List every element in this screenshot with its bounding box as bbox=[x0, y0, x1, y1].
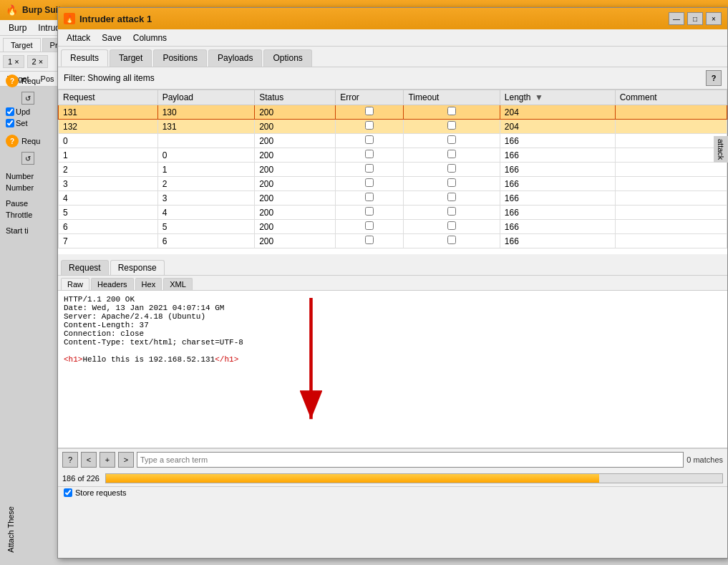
cell-payload: 1 bbox=[157, 163, 254, 177]
cell-status: 200 bbox=[255, 134, 336, 148]
table-row[interactable]: 131130200204 bbox=[59, 105, 727, 120]
table-row[interactable]: 0200166 bbox=[59, 134, 727, 148]
title-bar-left: 🔥 Intruder attack 1 bbox=[64, 13, 152, 24]
maximize-button[interactable]: □ bbox=[687, 12, 703, 25]
cell-payload: 2 bbox=[157, 177, 254, 191]
table-row[interactable]: 10200166 bbox=[59, 148, 727, 163]
cell-length: 166 bbox=[500, 234, 615, 248]
filter-text: Filter: Showing all items bbox=[64, 73, 155, 83]
timeout-checkbox[interactable] bbox=[447, 150, 456, 158]
menu-columns[interactable]: Columns bbox=[127, 32, 173, 44]
response-line: Content-Type: text/html; charset=UTF-8 bbox=[64, 338, 243, 347]
col-timeout[interactable]: Timeout bbox=[404, 90, 500, 105]
table-row[interactable]: 43200166 bbox=[59, 191, 727, 206]
title-bar: 🔥 Intruder attack 1 — □ × bbox=[58, 8, 727, 29]
store-requests-checkbox[interactable] bbox=[64, 488, 72, 497]
cell-request: 132 bbox=[59, 120, 158, 134]
next-btn[interactable]: > bbox=[118, 452, 134, 468]
cell-status: 200 bbox=[255, 177, 336, 191]
num-tab-2[interactable]: 2 × bbox=[27, 55, 49, 68]
pause-label: Pause bbox=[0, 193, 72, 209]
response-line: <h1>Hello this is 192.168.52.131</h1> bbox=[64, 355, 238, 364]
table-row[interactable]: 65200166 bbox=[59, 220, 727, 234]
help-icon-1[interactable]: ? bbox=[6, 74, 19, 87]
col-comment[interactable]: Comment bbox=[615, 90, 727, 105]
requ-label-2: Requ bbox=[21, 137, 40, 145]
col-length[interactable]: Length ▼ bbox=[500, 90, 615, 105]
filter-help-button[interactable]: ? bbox=[706, 70, 722, 86]
response-line: Connection: close bbox=[64, 329, 144, 338]
cell-length: 166 bbox=[500, 148, 615, 163]
tab-target-bg[interactable]: Target bbox=[3, 38, 41, 52]
sub-tab-xml[interactable]: XML bbox=[163, 278, 193, 290]
sub-tab-raw[interactable]: Raw bbox=[61, 278, 89, 290]
col-payload[interactable]: Payload bbox=[157, 90, 254, 105]
refresh-icon-2[interactable]: ↺ bbox=[21, 152, 34, 165]
tab-results[interactable]: Results bbox=[61, 49, 108, 67]
minimize-button[interactable]: — bbox=[669, 12, 684, 25]
timeout-checkbox[interactable] bbox=[447, 135, 456, 144]
table-row[interactable]: 21200166 bbox=[59, 163, 727, 177]
cell-timeout bbox=[404, 191, 500, 206]
col-status[interactable]: Status bbox=[255, 90, 336, 105]
error-checkbox[interactable] bbox=[365, 107, 374, 115]
cell-error bbox=[336, 206, 404, 220]
cell-status: 200 bbox=[255, 105, 336, 120]
cell-timeout bbox=[404, 120, 500, 134]
error-checkbox[interactable] bbox=[365, 193, 374, 201]
timeout-checkbox[interactable] bbox=[447, 221, 456, 230]
table-row[interactable]: 132131200204 bbox=[59, 120, 727, 134]
results-table-container[interactable]: Request Payload Status Error Timeout Len… bbox=[58, 90, 727, 254]
response-line: Date: Wed, 13 Jan 2021 04:07:14 GM bbox=[64, 304, 224, 312]
store-requests-label: Store requests bbox=[75, 488, 127, 497]
table-row[interactable]: 54200166 bbox=[59, 206, 727, 220]
col-request[interactable]: Request bbox=[59, 90, 158, 105]
tab-response[interactable]: Response bbox=[110, 260, 165, 275]
table-row[interactable]: 32200166 bbox=[59, 177, 727, 191]
error-checkbox[interactable] bbox=[365, 178, 374, 187]
cell-payload: 130 bbox=[157, 105, 254, 120]
timeout-checkbox[interactable] bbox=[447, 207, 456, 216]
tab-request[interactable]: Request bbox=[61, 260, 109, 275]
table-row[interactable]: 76200166 bbox=[59, 234, 727, 248]
error-checkbox[interactable] bbox=[365, 150, 374, 158]
num-tab-1[interactable]: 1 × bbox=[3, 55, 24, 68]
upd-checkbox[interactable] bbox=[6, 107, 14, 116]
timeout-checkbox[interactable] bbox=[447, 164, 456, 173]
close-button[interactable]: × bbox=[706, 12, 722, 25]
attack-label: attack bbox=[714, 136, 728, 163]
search-input[interactable] bbox=[137, 452, 684, 468]
help-btn[interactable]: ? bbox=[62, 452, 78, 468]
timeout-checkbox[interactable] bbox=[447, 236, 456, 244]
timeout-checkbox[interactable] bbox=[447, 178, 456, 187]
cell-timeout bbox=[404, 177, 500, 191]
tab-target[interactable]: Target bbox=[110, 49, 152, 67]
tab-options[interactable]: Options bbox=[263, 49, 311, 67]
sub-tab-hex[interactable]: Hex bbox=[135, 278, 162, 290]
menu-save[interactable]: Save bbox=[96, 32, 127, 44]
response-content[interactable]: HTTP/1.1 200 OK Date: Wed, 13 Jan 2021 0… bbox=[58, 291, 727, 448]
timeout-checkbox[interactable] bbox=[447, 121, 456, 130]
prev-btn[interactable]: < bbox=[81, 452, 97, 468]
col-error[interactable]: Error bbox=[336, 90, 404, 105]
cell-payload: 5 bbox=[157, 220, 254, 234]
error-checkbox[interactable] bbox=[365, 121, 374, 130]
error-checkbox[interactable] bbox=[365, 236, 374, 244]
timeout-checkbox[interactable] bbox=[447, 107, 456, 115]
tab-positions[interactable]: Positions bbox=[153, 49, 207, 67]
menu-attack[interactable]: Attack bbox=[61, 32, 96, 44]
refresh-icon-1[interactable]: ↺ bbox=[21, 92, 34, 105]
error-checkbox[interactable] bbox=[365, 221, 374, 230]
error-checkbox[interactable] bbox=[365, 164, 374, 173]
timeout-checkbox[interactable] bbox=[447, 193, 456, 201]
start-ti-label: Start ti bbox=[0, 221, 72, 236]
error-checkbox[interactable] bbox=[365, 207, 374, 216]
error-checkbox[interactable] bbox=[365, 135, 374, 144]
menu-burp[interactable]: Burp bbox=[3, 21, 32, 34]
sub-tab-headers[interactable]: Headers bbox=[91, 278, 134, 290]
help-icon-2[interactable]: ? bbox=[6, 135, 19, 148]
add-btn[interactable]: + bbox=[100, 452, 115, 468]
tab-payloads[interactable]: Payloads bbox=[208, 49, 262, 67]
app-icon: 🔥 bbox=[6, 4, 18, 16]
set-checkbox[interactable] bbox=[6, 119, 14, 127]
